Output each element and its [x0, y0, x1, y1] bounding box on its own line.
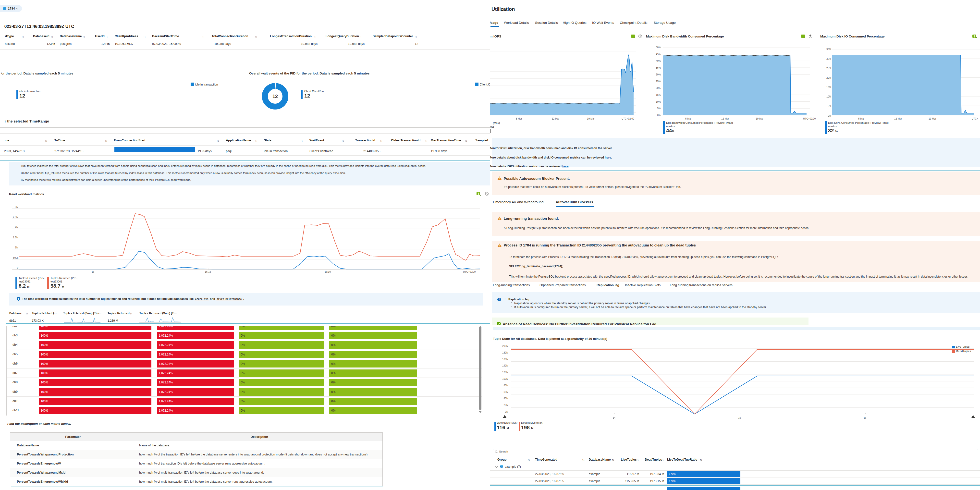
scrollbar-thumb[interactable] [479, 326, 481, 410]
col-fromconnstart[interactable]: FromConnectionStart [114, 139, 145, 142]
col-appname[interactable]: ApplicationName [226, 139, 251, 142]
col-tuples-fetched-sum[interactable]: Tuples Fetched (Sum) [Tim... [63, 312, 102, 315]
chevron-down-icon[interactable] [495, 465, 498, 468]
sort-icon[interactable] [636, 458, 639, 461]
col-group[interactable]: Group [497, 458, 507, 461]
sort-icon[interactable] [143, 35, 146, 38]
sort-icon[interactable] [425, 139, 428, 142]
tab-long-running-transactions[interactable]: Long-running transactions [493, 283, 530, 287]
here-link[interactable]: here [605, 156, 611, 159]
history-icon[interactable] [485, 192, 488, 196]
group-row-label[interactable]: example (7) [505, 465, 521, 468]
sort-icon[interactable] [301, 139, 303, 142]
workbook-icon[interactable] [477, 192, 480, 195]
sort-icon[interactable] [83, 35, 85, 38]
col-fromtime[interactable]: FromTime [0, 139, 9, 142]
col-totalconnduration[interactable]: TotalConnectionDuration [212, 35, 248, 38]
legend-swatch[interactable] [475, 83, 479, 86]
chevron-down-icon[interactable] [16, 6, 18, 9]
workbook-icon[interactable] [801, 35, 805, 38]
col-deadtuples[interactable]: DeadTuples [645, 458, 662, 461]
sort-icon[interactable] [54, 312, 57, 315]
wait-legend-label[interactable]: Client:ClientRead [480, 83, 490, 86]
sort-icon[interactable] [255, 139, 258, 142]
diskio-chart[interactable] [832, 49, 980, 115]
legend-swatch[interactable] [191, 83, 194, 86]
livetuples-legend[interactable]: LiveTuples [956, 345, 969, 348]
col-backendstart[interactable]: BackendStartTime [152, 35, 179, 38]
sort-icon[interactable] [26, 312, 28, 315]
search-box[interactable]: Search [493, 449, 978, 454]
tab-autovacuum-blockers[interactable]: Autovacuum Blockers [556, 200, 593, 204]
sort-icon[interactable] [105, 139, 107, 142]
sort-icon[interactable] [255, 35, 257, 38]
sort-icon[interactable] [216, 139, 219, 142]
bandwidth-chart[interactable] [663, 47, 810, 115]
tab-checkpoint-details[interactable]: Checkpoint Details [620, 21, 648, 24]
history-icon[interactable] [809, 35, 812, 38]
col-tuples-returned[interactable]: Tuples Returned... [108, 312, 132, 315]
sort-icon[interactable] [314, 35, 317, 38]
tab-storage-usage[interactable]: Storage Usage [654, 21, 676, 24]
col-timegenerated[interactable]: TimeGenerated [535, 458, 557, 461]
tab-usage[interactable]: Usage [490, 21, 498, 24]
col-ratio[interactable]: LiveToDeadTupRatio [667, 458, 697, 461]
sort-icon[interactable] [130, 312, 132, 315]
tab-orphaned-prepared[interactable]: Orphaned Prepared transactions [539, 283, 586, 287]
col-databasename[interactable]: DatabaseName [60, 35, 82, 38]
legend-swatch[interactable] [952, 350, 955, 353]
sort-icon[interactable] [528, 458, 530, 461]
history-icon[interactable] [638, 35, 642, 38]
tab-inactive-replication-slots[interactable]: Inactive Replication Slots [625, 283, 660, 287]
col-longestquery[interactable]: LongestQueryDuration [326, 35, 359, 38]
sort-icon[interactable] [360, 35, 363, 38]
read-workload-chart[interactable] [12, 208, 480, 271]
col-livetuples[interactable]: LiveTuples [621, 458, 636, 461]
tab-high-io-queries[interactable]: High IO Queries [563, 21, 587, 24]
tab-workload-details[interactable]: Workload Details [504, 21, 529, 24]
sort-icon[interactable] [700, 458, 702, 461]
sort-icon[interactable] [51, 35, 53, 38]
sort-icon[interactable] [465, 139, 467, 142]
tuple-state-chart[interactable] [511, 345, 974, 414]
sort-icon[interactable] [22, 35, 24, 38]
col-longesttx[interactable]: LongestTransactionDuration [270, 35, 312, 38]
col-backendtype[interactable]: BackendType [0, 35, 14, 38]
sort-icon[interactable] [661, 458, 664, 461]
col-clientip[interactable]: ClientIpAddress [115, 35, 138, 38]
col-state[interactable]: State [264, 139, 272, 142]
here-link[interactable]: here [562, 165, 568, 168]
time-brush-right-handle[interactable] [971, 415, 975, 418]
deadtuples-legend[interactable]: DeadTuples [956, 350, 971, 353]
tab-replication-lag[interactable]: Replication lag [597, 283, 619, 287]
workbook-icon[interactable] [631, 35, 635, 38]
col-waitevent[interactable]: WaitEvent [309, 139, 324, 142]
legend-swatch[interactable] [952, 346, 955, 348]
col-sampledcounter[interactable]: SampledDatapointsCounter [373, 35, 413, 38]
col-userid[interactable]: UserId [95, 35, 105, 38]
sort-icon[interactable] [202, 35, 205, 38]
col-totime[interactable]: ToTime [54, 139, 65, 142]
iops-chart[interactable] [490, 46, 636, 115]
sort-icon[interactable] [415, 35, 417, 38]
col-databaseid[interactable]: DatabaseId [33, 35, 49, 38]
time-brush-left-handle[interactable] [503, 415, 506, 418]
sort-icon[interactable] [45, 139, 47, 142]
tab-session-details[interactable]: Session Details [535, 21, 558, 24]
col-tuples-returned-sum[interactable]: Tuples Returned (Sum) [Ti... [139, 312, 177, 315]
tab-io-wait-events[interactable]: IO Wait Events [592, 21, 614, 24]
sort-icon[interactable] [342, 139, 344, 142]
col-database[interactable]: Database [9, 312, 22, 315]
sort-icon[interactable] [380, 139, 382, 142]
scroll-down-arrow[interactable] [479, 411, 482, 413]
sort-icon[interactable] [105, 35, 108, 38]
wait-events-donut[interactable]: 12 [261, 81, 290, 111]
sort-icon[interactable] [612, 458, 614, 461]
col-maxtxtime[interactable]: MaxTransactionTime [431, 139, 461, 142]
sort-icon[interactable] [582, 458, 585, 461]
state-legend-label[interactable]: idle in transaction [195, 83, 218, 86]
tab-emergency-av[interactable]: Emergency AV and Wraparound [493, 200, 544, 204]
tab-long-running-replica[interactable]: Long running transactions on replica ser… [670, 283, 733, 287]
col-transactionid[interactable]: TransactionId [355, 139, 375, 142]
pid-filter-pill[interactable]: 1784 [0, 5, 22, 12]
